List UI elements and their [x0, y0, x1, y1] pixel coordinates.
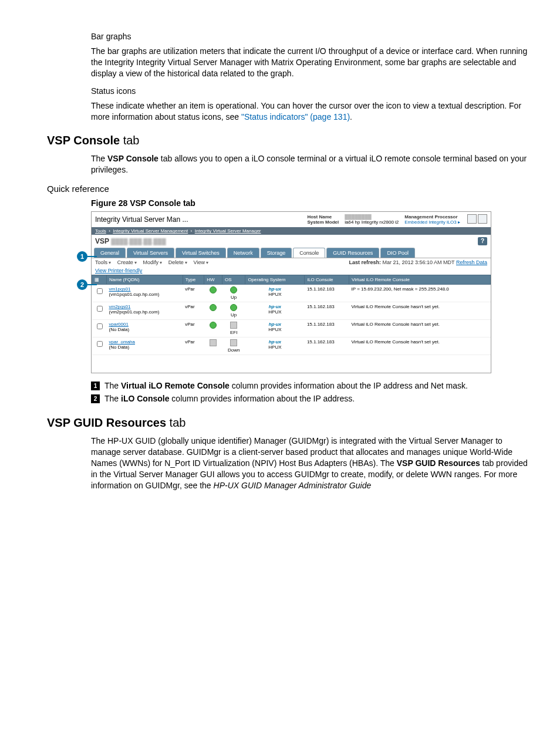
crumb-tools[interactable]: Tools: [95, 228, 106, 234]
row-hw: [204, 285, 222, 302]
tab-bar: General Virtual Servers Virtual Switches…: [92, 248, 491, 258]
host-name-value: ████████: [345, 214, 399, 220]
tab-console[interactable]: Console: [293, 248, 325, 258]
status-icons-paragraph: These indicate whether an item is operat…: [91, 100, 531, 123]
col-name[interactable]: Name (FQDN): [107, 275, 183, 285]
row-hw: [204, 337, 222, 355]
tab-storage[interactable]: Storage: [261, 248, 292, 258]
row-opsys: hp·uxHPUX: [245, 320, 305, 337]
col-virtilo[interactable]: Virtual iLO Remote Console: [349, 275, 491, 285]
menu-create[interactable]: Create: [117, 259, 137, 265]
vsp-table: ▦ Name (FQDN) Type HW OS Operating Syste…: [92, 275, 491, 355]
col-opsys[interactable]: Operating System: [245, 275, 305, 285]
table-row: vm2pqs01(vm2pqs01.cup.hp.com)vParUphp·ux…: [92, 302, 491, 320]
list2-b: iLO Console: [121, 394, 169, 403]
help-button[interactable]: ?: [478, 237, 487, 245]
refresh-timestamp: Mar 21, 2012 3:56:10 AM MDT: [383, 259, 455, 265]
row-checkbox[interactable]: [97, 306, 103, 312]
menu-modify[interactable]: Modify: [143, 259, 163, 265]
row-hw: [204, 320, 222, 337]
list-item-1: 1 The Virtual iLO Remote Console column …: [91, 380, 531, 392]
bar-graphs-heading: Bar graphs: [91, 32, 531, 41]
row-checkbox[interactable]: [97, 288, 103, 294]
row-os: EFI: [222, 320, 245, 337]
view-toggle-icons[interactable]: [466, 214, 487, 225]
tab-dio-pool[interactable]: DIO Pool: [380, 248, 415, 258]
table-row: vpar0001(No Data)vParEFIhp·uxHPUX15.1.16…: [92, 320, 491, 337]
crumb-manager[interactable]: Integrity Virtual Server Manager: [195, 228, 261, 234]
tab-guid-resources[interactable]: GUID Resources: [326, 248, 379, 258]
list-marker-2: 2: [91, 394, 100, 403]
guid-d: HP-UX GUID Manager Administrator Guide: [214, 481, 372, 490]
status-icons-heading: Status icons: [91, 86, 531, 96]
printer-friendly-link[interactable]: View Printer-friendly: [95, 268, 142, 274]
system-model-value: ia64 hp Integrity rx2800 i2: [345, 220, 399, 225]
callout-2-line: [87, 284, 97, 285]
callout-2-icon: 2: [77, 279, 87, 290]
vsp-guid-paragraph: The HP-UX GUID (globally unique identifi…: [91, 436, 531, 491]
ok-icon: [210, 322, 217, 329]
list2-a: The: [104, 394, 121, 403]
ok-icon: [230, 286, 237, 293]
unknown-icon: [230, 322, 237, 329]
col-type[interactable]: Type: [183, 275, 204, 285]
row-opsys: hp·uxHPUX: [245, 285, 305, 302]
mp-label: Management Processor: [404, 214, 460, 220]
list2-c: column provides information about the IP…: [169, 394, 355, 403]
row-os: Up: [222, 285, 245, 302]
mp-value[interactable]: Embedded Integrity iLO3 ▸: [404, 220, 460, 225]
row-ilo: 15.1.162.183: [305, 302, 349, 320]
guid-b: VSP GUID Resources: [397, 458, 480, 468]
vsp-guid-heading-light: tab: [166, 416, 185, 429]
row-name-link[interactable]: vpar_omaha: [109, 339, 135, 345]
menu-bar: Tools Create Modify Delete View: [95, 259, 213, 265]
row-type: vPar: [183, 302, 204, 320]
ok-icon: [210, 304, 217, 311]
list-marker-1: 1: [91, 382, 100, 390]
ok-icon: [210, 286, 217, 293]
list1-a: The: [104, 381, 121, 390]
host-name-label: Host Name: [307, 214, 339, 220]
col-os[interactable]: OS: [222, 275, 245, 285]
bar-graphs-paragraph: The bar graphs are utilization meters th…: [91, 46, 531, 79]
vsp-console-heading-bold: VSP Console: [47, 134, 120, 147]
vsp-console-text-a: The: [91, 154, 107, 163]
tab-general[interactable]: General: [94, 248, 126, 258]
row-virtilo: Virtual iLO Remote Console hasn't set ye…: [349, 337, 491, 355]
vsp-console-paragraph: The VSP Console tab allows you to open a…: [91, 153, 531, 175]
row-name-link[interactable]: vpar0001: [109, 322, 129, 327]
refresh-link[interactable]: Refresh Data: [456, 259, 487, 265]
row-opsys: hp·uxHPUX: [245, 302, 305, 320]
menu-delete[interactable]: Delete: [168, 259, 187, 265]
breadcrumb: Tools › Integrity Virtual Server Managem…: [92, 227, 491, 235]
row-checkbox[interactable]: [97, 323, 103, 329]
col-checkbox[interactable]: ▦: [92, 275, 107, 285]
status-indicators-link[interactable]: "Status indicators" (page 131): [241, 112, 350, 121]
vsp-guid-heading-bold: VSP GUID Resources: [47, 416, 166, 429]
vsp-blurred: ████.███.██.███: [111, 238, 166, 245]
system-model-label: System Model: [307, 220, 339, 225]
tab-virtual-servers[interactable]: Virtual Servers: [127, 248, 174, 258]
list1-b: Virtual iLO Remote Console: [121, 381, 230, 390]
ok-icon: [230, 304, 237, 311]
col-hw[interactable]: HW: [204, 275, 222, 285]
tab-network[interactable]: Network: [227, 248, 259, 258]
row-checkbox[interactable]: [97, 341, 103, 347]
menu-view[interactable]: View: [194, 259, 209, 265]
list1-c: column provides information about the IP…: [230, 381, 468, 390]
vsp-console-heading-light: tab: [120, 134, 139, 147]
unknown-icon: [230, 339, 237, 346]
refresh-label: Last refresh:: [349, 259, 382, 265]
col-ilo[interactable]: iLO Console: [305, 275, 349, 285]
row-type: vPar: [183, 337, 204, 355]
row-virtilo: IP = 15.69.232.200, Net mask = 255.255.2…: [349, 285, 491, 302]
menu-tools[interactable]: Tools: [95, 259, 111, 265]
tab-virtual-switches[interactable]: Virtual Switches: [176, 248, 226, 258]
unknown-icon: [210, 339, 217, 346]
row-name-link[interactable]: vm2pqs01: [109, 304, 131, 309]
crumb-ivsm[interactable]: Integrity Virtual Server Management: [113, 228, 188, 234]
figure-caption: Figure 28 VSP Console tab: [91, 198, 531, 208]
list-item-2: 2 The iLO Console column provides inform…: [91, 393, 531, 405]
row-name-link[interactable]: vm1pqs01: [109, 286, 131, 292]
row-fqdn: (vm2pqs01.cup.hp.com): [109, 309, 160, 315]
